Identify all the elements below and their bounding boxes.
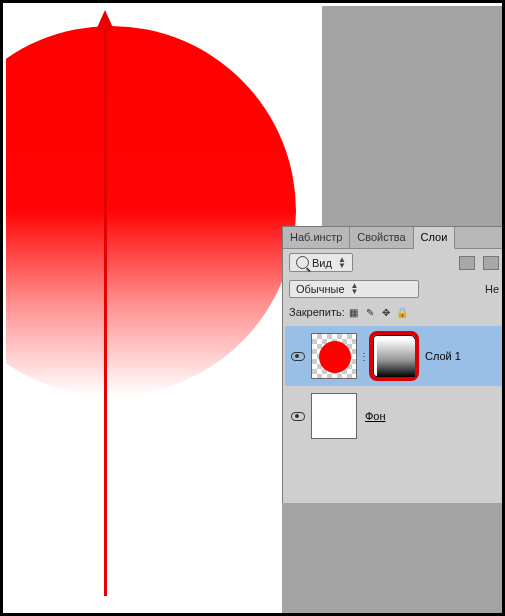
layer-name[interactable]: Слой 1: [425, 350, 461, 362]
tab-layers[interactable]: Слои: [414, 227, 456, 249]
layer-thumbnail[interactable]: [311, 333, 357, 379]
blend-row: Обычные ▲▼ Не: [283, 276, 505, 302]
layers-panel: Наб.инстр Свойства Слои Вид ▲▼ Обычные ▲…: [282, 226, 505, 503]
red-circle-thumb: [319, 341, 351, 373]
layer-filter-row: Вид ▲▼: [283, 249, 505, 276]
eye-icon[interactable]: [291, 412, 305, 421]
lock-pixels-icon[interactable]: ✎: [363, 305, 377, 319]
layer-name[interactable]: Фон: [365, 410, 386, 422]
app-background-top: [322, 6, 505, 226]
filter-kind-label: Вид: [312, 257, 332, 269]
arrow-head-icon: [96, 10, 114, 30]
filter-pixel-icon[interactable]: [459, 256, 475, 270]
search-icon: [296, 256, 309, 269]
chevron-updown-icon: ▲▼: [338, 257, 346, 269]
filter-kind-dropdown[interactable]: Вид ▲▼: [289, 253, 353, 272]
chevron-updown-icon: ▲▼: [351, 283, 359, 295]
lock-all-icon[interactable]: 🔒: [395, 305, 409, 319]
layer-mask-thumbnail[interactable]: [369, 331, 419, 381]
blend-mode-dropdown[interactable]: Обычные ▲▼: [289, 280, 419, 298]
layer-thumbnail[interactable]: [311, 393, 357, 439]
gradient-mask-preview: [377, 339, 415, 377]
document-canvas[interactable]: [6, 6, 322, 616]
tab-properties[interactable]: Свойства: [350, 227, 413, 248]
layer-row-bg[interactable]: Фон: [285, 386, 503, 446]
lock-position-icon[interactable]: ✥: [379, 305, 393, 319]
link-icon[interactable]: ⋮: [359, 351, 369, 362]
panel-tabs: Наб.инстр Свойства Слои: [283, 227, 505, 249]
app-background-bottom: [282, 503, 505, 616]
lock-row: Закрепить: ▦ ✎ ✥ 🔒: [283, 302, 505, 322]
lock-transparency-icon[interactable]: ▦: [347, 305, 361, 319]
filter-adjustment-icon[interactable]: [483, 256, 499, 270]
blend-mode-value: Обычные: [296, 283, 345, 295]
opacity-label-cut: Не: [485, 283, 499, 295]
eye-icon[interactable]: [291, 352, 305, 361]
layers-list: ⋮ Слой 1 Фон: [283, 322, 505, 450]
tab-tool-presets[interactable]: Наб.инстр: [283, 227, 350, 248]
layer-row-1[interactable]: ⋮ Слой 1: [285, 326, 503, 386]
lock-label: Закрепить:: [289, 306, 345, 318]
red-circle-artwork: [6, 26, 296, 396]
gradient-direction-arrow: [104, 21, 107, 596]
